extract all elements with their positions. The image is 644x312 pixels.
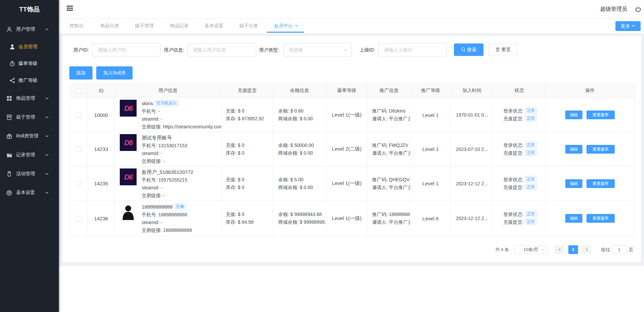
svg-text:D6: D6: [124, 173, 133, 181]
svg-text:D6: D6: [124, 104, 133, 113]
svg-text:D6: D6: [124, 138, 133, 147]
